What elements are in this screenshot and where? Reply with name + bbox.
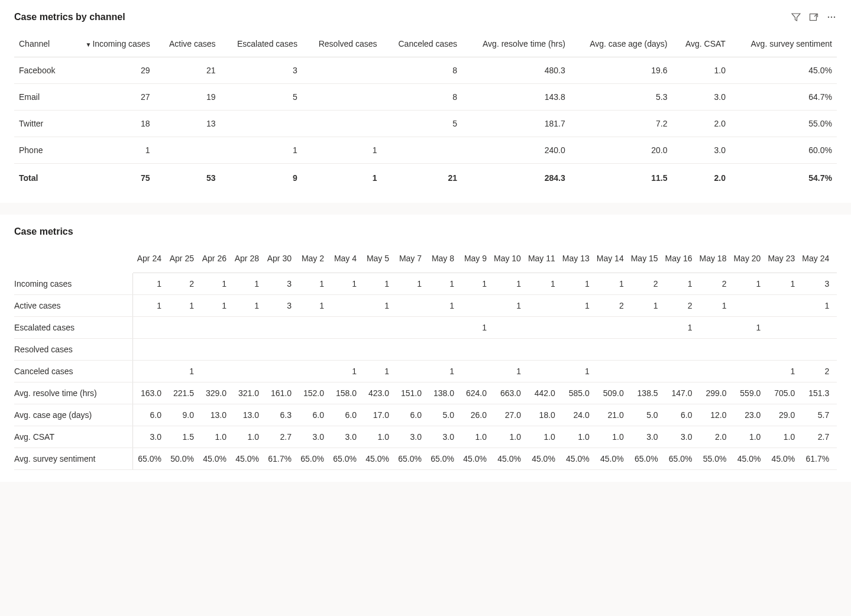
matrix-cell: 1	[627, 295, 662, 317]
matrix-cell: 6.0	[393, 404, 425, 426]
table-row[interactable]: Email271958143.85.33.064.7%	[14, 84, 837, 111]
column-header[interactable]: Escalated cases	[221, 33, 302, 57]
channel-metrics-table: Channel▼Incoming casesActive casesEscala…	[14, 33, 837, 191]
filter-icon[interactable]	[791, 12, 801, 22]
matrix-cell	[627, 361, 662, 382]
matrix-cell: 1	[662, 273, 696, 295]
matrix-cell: 1	[559, 361, 593, 382]
matrix-cell: 24.0	[559, 404, 593, 426]
more-options-icon[interactable]	[826, 12, 837, 22]
matrix-cell: 1	[165, 361, 198, 382]
matrix-cell: 1.0	[458, 426, 490, 448]
date-column-header[interactable]: May 5	[360, 248, 393, 273]
matrix-cell	[696, 317, 730, 339]
date-column-header[interactable]: May 15	[627, 248, 662, 273]
column-header[interactable]: Avg. survey sentiment	[730, 33, 837, 57]
date-column-header[interactable]: May 14	[593, 248, 627, 273]
matrix-row[interactable]: Avg. CSAT3.01.51.01.02.73.03.01.03.03.01…	[14, 426, 837, 448]
matrix-cell: 2	[662, 295, 696, 317]
matrix-row[interactable]: Escalated cases111	[14, 317, 837, 339]
table-total-row: Total75539121284.311.52.054.7%	[14, 164, 837, 192]
matrix-header-row: Apr 24Apr 25Apr 26Apr 28Apr 30May 2May 4…	[14, 248, 837, 273]
date-column-header[interactable]: May 9	[458, 248, 490, 273]
date-column-header[interactable]: Apr 25	[165, 248, 198, 273]
column-header[interactable]: Avg. resolve time (hrs)	[462, 33, 570, 57]
channel-cell: Twitter	[14, 111, 68, 137]
date-column-header[interactable]: May 24	[798, 248, 833, 273]
matrix-row[interactable]: Active cases111131111121211	[14, 295, 837, 317]
date-column-header[interactable]: May 10	[490, 248, 525, 273]
matrix-cell	[295, 339, 328, 361]
matrix-cell: 1	[593, 273, 627, 295]
matrix-row[interactable]: Avg. resolve time (hrs)163.0221.5329.032…	[14, 382, 837, 404]
matrix-row[interactable]: Resolved cases	[14, 339, 837, 361]
table-row[interactable]: Phone111240.020.03.060.0%	[14, 137, 837, 164]
matrix-cell: 5.0	[425, 404, 458, 426]
matrix-cell	[764, 295, 798, 317]
date-column-header[interactable]: May 4	[328, 248, 360, 273]
matrix-cell: 3.0	[425, 426, 458, 448]
matrix-cell	[525, 317, 559, 339]
date-column-header[interactable]: Apr 28	[230, 248, 263, 273]
total-cell: 53	[155, 164, 221, 192]
date-column-header[interactable]: May 23	[764, 248, 798, 273]
column-header[interactable]: Channel	[14, 33, 68, 57]
table-row[interactable]: Twitter18135181.77.22.055.0%	[14, 111, 837, 137]
matrix-corner	[14, 248, 132, 273]
matrix-cell	[230, 339, 263, 361]
date-column-header[interactable]: Apr 26	[198, 248, 230, 273]
matrix-cell: 2	[798, 361, 833, 382]
metric-cell: 480.3	[462, 57, 570, 84]
matrix-cell	[328, 317, 360, 339]
matrix-cell: 6.0	[295, 404, 328, 426]
date-column-header[interactable]: Apr 24	[132, 248, 165, 273]
matrix-cell: 1.0	[230, 426, 263, 448]
metric-cell: 18	[68, 111, 155, 137]
matrix-cell	[696, 361, 730, 382]
column-header[interactable]: Canceled cases	[382, 33, 462, 57]
matrix-cell: 1.0	[559, 426, 593, 448]
column-header[interactable]: Resolved cases	[302, 33, 382, 57]
date-column-header[interactable]: May 2	[295, 248, 328, 273]
matrix-cell	[393, 317, 425, 339]
matrix-cell: 509.0	[593, 382, 627, 404]
total-cell: 54.7%	[730, 164, 837, 192]
date-column-header[interactable]: May 7	[393, 248, 425, 273]
date-column-header[interactable]: May 11	[525, 248, 559, 273]
matrix-cell: 163.0	[132, 382, 165, 404]
matrix-cell: 5.7	[798, 404, 833, 426]
date-column-header[interactable]: May 8	[425, 248, 458, 273]
date-column-header[interactable]: May 18	[696, 248, 730, 273]
column-header[interactable]: Avg. case age (days)	[570, 33, 672, 57]
date-column-header[interactable]: Apr 30	[263, 248, 295, 273]
metric-cell: 29	[68, 57, 155, 84]
date-column-header[interactable]: May 20	[730, 248, 764, 273]
matrix-cell: 3.0	[627, 426, 662, 448]
table-row[interactable]: Facebook292138480.319.61.045.0%	[14, 57, 837, 84]
matrix-cell: 3	[798, 273, 833, 295]
metric-cell: 27	[68, 84, 155, 111]
matrix-cell	[525, 361, 559, 382]
metric-row-header: Avg. resolve time (hrs)	[14, 382, 132, 404]
matrix-row[interactable]: Canceled cases11111112	[14, 361, 837, 382]
date-column-header[interactable]: May 16	[662, 248, 696, 273]
matrix-cell: 1	[132, 295, 165, 317]
matrix-cell: 65.0%	[662, 448, 696, 470]
matrix-cell: 442.0	[525, 382, 559, 404]
matrix-cell: 147.0	[662, 382, 696, 404]
matrix-row[interactable]: Avg. case age (days)6.09.013.013.06.36.0…	[14, 404, 837, 426]
matrix-cell: 138.5	[627, 382, 662, 404]
matrix-row[interactable]: Incoming cases121131111111111212113	[14, 273, 837, 295]
column-header[interactable]: ▼Incoming cases	[68, 33, 155, 57]
date-column-header[interactable]: May 13	[559, 248, 593, 273]
matrix-cell: 45.0%	[764, 448, 798, 470]
matrix-cell: 151.3	[798, 382, 833, 404]
metric-cell: 7.2	[570, 111, 672, 137]
column-header[interactable]: Active cases	[155, 33, 221, 57]
total-cell: 2.0	[672, 164, 730, 192]
matrix-row[interactable]: Avg. survey sentiment65.0%50.0%45.0%45.0…	[14, 448, 837, 470]
column-header[interactable]: Avg. CSAT	[672, 33, 730, 57]
date-column-header[interactable]: May	[833, 248, 837, 273]
metric-cell: 1	[302, 137, 382, 164]
focus-mode-icon[interactable]	[808, 12, 819, 22]
